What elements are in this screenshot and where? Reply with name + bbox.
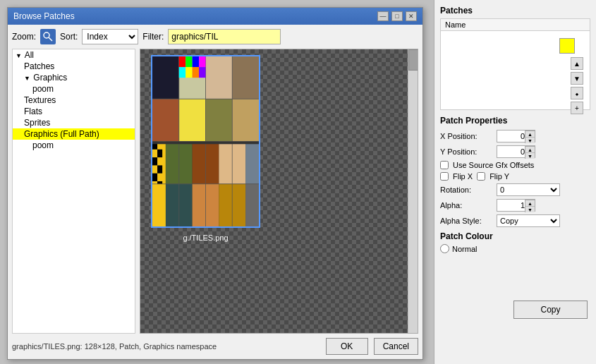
svg-rect-33 <box>179 56 186 67</box>
patches-table: Name <box>440 18 590 110</box>
patch-properties: Patch Properties X Position: 0 ▲ ▼ Y Pos… <box>440 116 590 227</box>
svg-rect-3 <box>152 56 179 99</box>
svg-rect-37 <box>179 67 186 78</box>
status-bar: graphics/TILES.png: 128×128, Patch, Grap… <box>12 338 418 355</box>
patch-colour-title: Patch Colour <box>440 231 590 241</box>
preview-scrollbar[interactable] <box>408 49 418 333</box>
normal-colour-label: Normal <box>452 245 477 253</box>
x-position-row: X Position: 0 ▲ ▼ <box>440 130 590 142</box>
tree-item-patches[interactable]: Patches <box>13 61 135 72</box>
flip-y-label: Flip Y <box>489 172 509 181</box>
minimize-button[interactable]: — <box>377 11 389 21</box>
svg-rect-7 <box>152 99 179 141</box>
tree-item-graphics[interactable]: ▼ Graphics <box>13 72 135 83</box>
alpha-spinner-up[interactable]: ▲ <box>525 200 535 206</box>
normal-colour-radio[interactable] <box>440 244 449 253</box>
add-patch-button[interactable] <box>559 38 575 54</box>
toolbar-row: Zoom: Sort: Index Name Type Filter: <box>12 29 418 44</box>
use-source-gfx-row: Use Source Gfx Offsets <box>440 161 590 169</box>
svg-rect-36 <box>199 56 205 67</box>
close-button[interactable]: ✕ <box>406 11 417 21</box>
svg-line-1 <box>49 37 52 41</box>
tree-item-graphics-poom[interactable]: poom <box>13 83 135 95</box>
svg-rect-6 <box>232 56 259 99</box>
svg-rect-26 <box>245 184 259 226</box>
tree-item-flats[interactable]: Flats <box>13 106 135 117</box>
svg-rect-22 <box>152 184 166 226</box>
alpha-input[interactable]: 1 ▲ ▼ <box>497 199 535 212</box>
y-position-label: Y Position: <box>440 147 497 156</box>
maximize-button[interactable]: □ <box>391 11 403 21</box>
filter-label: Filter: <box>142 32 164 42</box>
link-icon[interactable]: ⬥ <box>571 87 583 99</box>
tree-item-poom[interactable]: poom <box>13 140 135 151</box>
alpha-spinner-down[interactable]: ▼ <box>525 206 535 212</box>
preview-panel: g./TILES.png <box>140 49 418 334</box>
normal-colour-row: Normal <box>440 244 590 253</box>
content-area: ▼ All Patches ▼ Graphics poom Textures F… <box>12 49 418 334</box>
svg-rect-35 <box>193 56 199 67</box>
patch-filename: g./TILES.png <box>152 233 259 242</box>
patch-preview-box: g./TILES.png <box>151 55 260 228</box>
svg-rect-39 <box>193 67 199 78</box>
copy-button-area: Copy <box>513 301 588 322</box>
flip-row: Flip X Flip Y <box>440 172 590 181</box>
dialog-title: Browse Patches <box>13 11 75 21</box>
flip-y-checkbox[interactable] <box>477 172 485 181</box>
alpha-style-row: Alpha Style: Copy <box>440 214 590 227</box>
svg-rect-38 <box>186 67 192 78</box>
x-position-input[interactable]: 0 ▲ ▼ <box>497 130 535 142</box>
move-up-icon[interactable]: ▲ <box>571 57 583 70</box>
patch-properties-title: Patch Properties <box>440 116 590 126</box>
right-panel-title: Patches <box>440 6 590 16</box>
add-icon[interactable]: + <box>571 102 583 114</box>
svg-rect-15 <box>157 150 162 157</box>
svg-rect-10 <box>232 99 259 141</box>
panel-icon-column: ▲ ▼ ⬥ + <box>571 57 583 114</box>
y-position-input[interactable]: 0 ▲ ▼ <box>497 145 535 158</box>
tree-panel: ▼ All Patches ▼ Graphics poom Textures F… <box>12 49 135 334</box>
tree-item-all[interactable]: ▼ All <box>13 49 135 61</box>
patches-table-header: Name <box>441 19 590 31</box>
svg-rect-8 <box>179 99 206 141</box>
zoom-label: Zoom: <box>12 32 36 42</box>
dialog-body: Zoom: Sort: Index Name Type Filter: ▼ Al <box>8 25 422 359</box>
sort-select[interactable]: Index Name Type <box>82 29 138 44</box>
status-text: graphics/TILES.png: 128×128, Patch, Grap… <box>12 342 217 351</box>
svg-rect-21 <box>245 142 259 184</box>
alpha-style-select[interactable]: Copy <box>497 214 560 227</box>
svg-point-0 <box>44 32 49 38</box>
tree-item-textures[interactable]: Textures <box>13 95 135 106</box>
tile-image <box>152 56 259 226</box>
dialog-titlebar: Browse Patches — □ ✕ <box>8 8 422 25</box>
dialog-controls: — □ ✕ <box>377 11 417 21</box>
use-source-gfx-label: Use Source Gfx Offsets <box>453 161 534 169</box>
svg-rect-5 <box>206 56 233 99</box>
svg-rect-16 <box>157 165 162 173</box>
flip-x-label: Flip X <box>453 172 473 181</box>
y-spinner-up[interactable]: ▲ <box>525 146 535 152</box>
alpha-style-label: Alpha Style: <box>440 217 497 225</box>
use-source-gfx-checkbox[interactable] <box>440 161 449 169</box>
x-spinner-up[interactable]: ▲ <box>525 131 535 137</box>
svg-rect-34 <box>186 56 192 67</box>
y-position-row: Y Position: 0 ▲ ▼ <box>440 145 590 158</box>
flip-x-checkbox[interactable] <box>440 172 449 181</box>
rotation-label: Rotation: <box>440 186 497 194</box>
ok-button[interactable]: OK <box>326 338 368 355</box>
copy-button[interactable]: Copy <box>513 301 588 319</box>
tree-item-graphics-full-path[interactable]: Graphics (Full Path) <box>13 128 135 140</box>
scrollbar-thumb <box>408 49 418 71</box>
move-down-icon[interactable]: ▼ <box>571 72 583 85</box>
cancel-button[interactable]: Cancel <box>374 338 418 355</box>
svg-rect-9 <box>206 99 233 141</box>
y-spinner-down[interactable]: ▼ <box>525 152 535 159</box>
browse-patches-dialog: Browse Patches — □ ✕ Zoom: Sort: Index N… <box>7 7 423 360</box>
rotation-select[interactable]: 0 90 180 270 <box>497 183 560 196</box>
tree-item-sprites[interactable]: Sprites <box>13 117 135 128</box>
svg-rect-40 <box>199 67 205 78</box>
svg-rect-13 <box>152 157 157 165</box>
alpha-label: Alpha: <box>440 201 497 210</box>
filter-input[interactable] <box>168 29 281 44</box>
x-spinner-down[interactable]: ▼ <box>525 137 535 143</box>
